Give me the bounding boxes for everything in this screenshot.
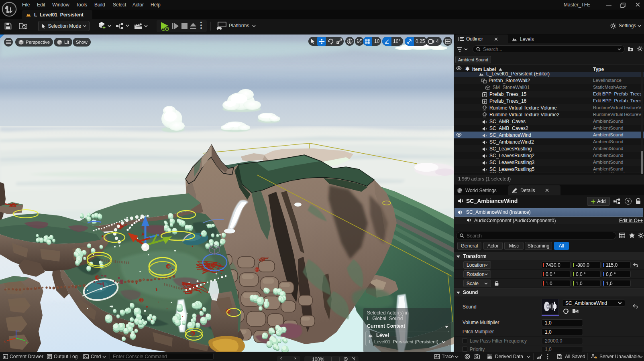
svg-text:z: z bbox=[17, 329, 19, 333]
svg-text:y: y bbox=[26, 340, 27, 344]
svg-text:x: x bbox=[4, 340, 6, 343]
